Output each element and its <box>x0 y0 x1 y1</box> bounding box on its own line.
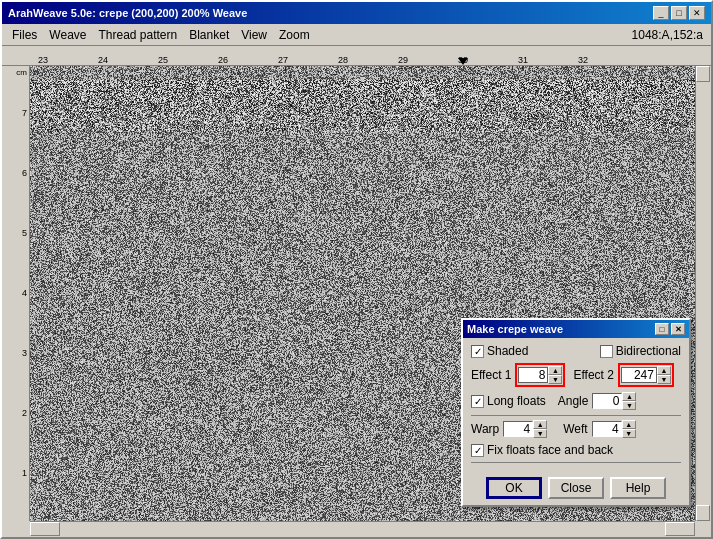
effect2-arrows: ▲ ▼ <box>657 366 671 384</box>
close-dialog-button[interactable]: Close <box>548 477 604 499</box>
ruler-mark-24: 24 <box>98 55 108 65</box>
ruler-left: cm 7 6 5 4 3 2 1 <box>2 66 30 521</box>
vertical-scrollbar[interactable] <box>695 66 711 521</box>
effect1-up-arrow[interactable]: ▲ <box>548 366 562 375</box>
close-button[interactable]: ✕ <box>689 6 705 20</box>
effects-row: Effect 1 ▲ ▼ Effect 2 ▲ ▼ <box>471 363 681 387</box>
window-title: ArahWeave 5.0e: crepe (200,200) 200% Wea… <box>8 7 247 19</box>
ruler-mark-32: 32 <box>578 55 588 65</box>
scrollbar-corner <box>695 521 711 537</box>
dialog-body: ✓ Shaded Bidirectional Effect 1 ▲ <box>463 338 689 473</box>
dark-band <box>30 66 695 126</box>
angle-down-arrow[interactable]: ▼ <box>622 401 636 410</box>
separator1 <box>471 415 681 416</box>
longfloats-checkbox[interactable]: ✓ <box>471 395 484 408</box>
coords-display: 1048:A,152:a <box>632 28 707 42</box>
ruler-4: 4 <box>22 288 27 298</box>
effect2-down-arrow[interactable]: ▼ <box>657 375 671 384</box>
ruler-mark-26: 26 <box>218 55 228 65</box>
dialog-title-buttons: □ ✕ <box>655 323 685 335</box>
longfloats-row: ✓ Long floats Angle ▲ ▼ <box>471 392 681 410</box>
longfloats-label-text: Long floats <box>487 394 546 408</box>
ok-button[interactable]: OK <box>486 477 542 499</box>
angle-input[interactable] <box>592 393 622 409</box>
angle-up-arrow[interactable]: ▲ <box>622 392 636 401</box>
ruler-1: 1 <box>22 468 27 478</box>
bidirectional-label-text: Bidirectional <box>616 344 681 358</box>
shaded-bidir-row: ✓ Shaded Bidirectional <box>471 344 681 358</box>
dialog-title-bar: Make crepe weave □ ✕ <box>463 320 689 338</box>
shaded-label-text: Shaded <box>487 344 528 358</box>
weft-up-arrow[interactable]: ▲ <box>622 420 636 429</box>
ruler-6: 6 <box>22 168 27 178</box>
shaded-checkbox[interactable]: ✓ <box>471 345 484 358</box>
dialog-close-button[interactable]: ✕ <box>671 323 685 335</box>
shaded-checkbox-label[interactable]: ✓ Shaded <box>471 344 528 358</box>
warp-label: Warp <box>471 422 499 436</box>
ruler-mark-25: 25 <box>158 55 168 65</box>
bidirectional-checkbox[interactable] <box>600 345 613 358</box>
fixfloats-row: ✓ Fix floats face and back <box>471 443 681 457</box>
ruler-mark-29: 29 <box>398 55 408 65</box>
warp-input[interactable] <box>503 421 533 437</box>
dialog-buttons: OK Close Help <box>463 473 689 505</box>
fixfloats-checkbox[interactable]: ✓ <box>471 444 484 457</box>
warp-up-arrow[interactable]: ▲ <box>533 420 547 429</box>
angle-label: Angle <box>558 394 589 408</box>
dialog-title-text: Make crepe weave <box>467 323 563 335</box>
fixfloats-checkbox-label[interactable]: ✓ Fix floats face and back <box>471 443 613 457</box>
longfloats-checkbox-label[interactable]: ✓ Long floats <box>471 394 546 408</box>
effect1-arrows: ▲ ▼ <box>548 366 562 384</box>
canvas-area: 23 24 25 26 27 28 29 30 31 32 cm 7 6 5 4… <box>2 46 711 537</box>
warp-weft-row: Warp ▲ ▼ Weft ▲ ▼ <box>471 420 681 438</box>
menu-zoom[interactable]: Zoom <box>273 26 316 44</box>
menu-bar: Files Weave Thread pattern Blanket View … <box>2 24 711 46</box>
separator2 <box>471 462 681 463</box>
weft-input[interactable] <box>592 421 622 437</box>
ruler-cm: cm <box>16 68 27 77</box>
warp-arrows: ▲ ▼ <box>533 420 547 438</box>
ruler-mark-31: 31 <box>518 55 528 65</box>
effect1-label: Effect 1 <box>471 368 511 382</box>
title-bar-buttons: _ □ ✕ <box>653 6 705 20</box>
menu-files[interactable]: Files <box>6 26 43 44</box>
ruler-mark-23: 23 <box>38 55 48 65</box>
weft-label: Weft <box>563 422 587 436</box>
angle-spin-group: ▲ ▼ <box>592 392 636 410</box>
minimize-button[interactable]: _ <box>653 6 669 20</box>
ruler-mark-27: 27 <box>278 55 288 65</box>
make-crepe-dialog: Make crepe weave □ ✕ ✓ Shaded Bidirectio… <box>461 318 691 507</box>
effect1-input[interactable] <box>518 367 548 383</box>
dialog-minimize-button[interactable]: □ <box>655 323 669 335</box>
ruler-7: 7 <box>22 108 27 118</box>
effect1-spin-group: ▲ ▼ <box>515 363 565 387</box>
weft-arrows: ▲ ▼ <box>622 420 636 438</box>
main-window: ArahWeave 5.0e: crepe (200,200) 200% Wea… <box>0 0 713 539</box>
menu-weave[interactable]: Weave <box>43 26 92 44</box>
ruler-top: 23 24 25 26 27 28 29 30 31 32 <box>2 46 711 66</box>
weft-spin-group: ▲ ▼ <box>592 420 636 438</box>
menu-blanket[interactable]: Blanket <box>183 26 235 44</box>
menu-thread-pattern[interactable]: Thread pattern <box>92 26 183 44</box>
horizontal-scrollbar[interactable] <box>30 521 695 537</box>
angle-arrows: ▲ ▼ <box>622 392 636 410</box>
warp-spin-group: ▲ ▼ <box>503 420 547 438</box>
effect2-up-arrow[interactable]: ▲ <box>657 366 671 375</box>
effect2-input[interactable] <box>621 367 657 383</box>
effect1-down-arrow[interactable]: ▼ <box>548 375 562 384</box>
maximize-button[interactable]: □ <box>671 6 687 20</box>
weft-down-arrow[interactable]: ▼ <box>622 429 636 438</box>
ruler-5: 5 <box>22 228 27 238</box>
title-bar: ArahWeave 5.0e: crepe (200,200) 200% Wea… <box>2 2 711 24</box>
ruler-3: 3 <box>22 348 27 358</box>
ruler-mark-28: 28 <box>338 55 348 65</box>
effect2-spin-group: ▲ ▼ <box>618 363 674 387</box>
fixfloats-label-text: Fix floats face and back <box>487 443 613 457</box>
effect2-label: Effect 2 <box>573 368 613 382</box>
bidirectional-checkbox-label[interactable]: Bidirectional <box>600 344 681 358</box>
ruler-marker <box>458 58 468 65</box>
help-button[interactable]: Help <box>610 477 666 499</box>
menu-view[interactable]: View <box>235 26 273 44</box>
ruler-2: 2 <box>22 408 27 418</box>
warp-down-arrow[interactable]: ▼ <box>533 429 547 438</box>
